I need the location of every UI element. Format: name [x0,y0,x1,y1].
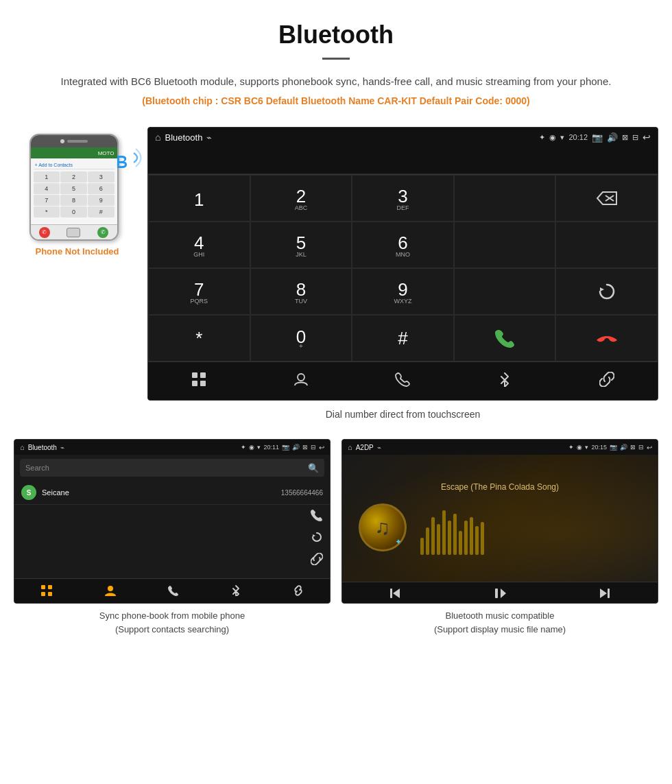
home-icon[interactable]: ⌂ [155,132,160,143]
eq-bar [481,522,484,555]
nav-phone-icon[interactable] [395,372,410,391]
status-time: 20:12 [568,133,588,141]
svg-marker-20 [600,589,607,598]
camera-icon[interactable]: 📷 [592,132,603,143]
usb-icon: ⌁ [206,132,212,143]
dial-key-3[interactable]: 3 DEF [352,175,454,222]
music-main-area: Escape (The Pina Colada Song) ♫ ✦ [342,455,658,582]
screen-title: Bluetooth [165,132,202,143]
dial-key-8[interactable]: 8 TUV [250,268,352,315]
svg-rect-8 [200,381,206,386]
music-next-button[interactable] [597,586,612,604]
music-controls [342,582,658,604]
music-bt-icon: ✦ [568,444,574,451]
dial-key-star[interactable]: * [148,315,250,361]
svg-rect-14 [48,592,52,596]
music-screen: ⌂ A2DP ⌁ ✦ ◉ ▾ 20:15 📷 🔊 ⊠ ⊟ ↩ E [341,439,658,604]
phone-screen: + Add to Contacts 1 2 3 4 5 6 7 8 9 * 0 … [31,158,117,224]
pb-nav-bt-icon[interactable] [230,585,241,598]
dial-empty-2 [454,222,556,268]
phone-key: * [34,206,60,217]
music-home-icon[interactable]: ⌂ [348,443,352,451]
pb-refresh-icon[interactable] [311,531,323,546]
dial-key-0[interactable]: 0 + [250,315,352,361]
phone-key: 3 [88,171,115,182]
music-play-pause-button[interactable] [492,586,507,604]
eq-bar [437,524,440,555]
pb-screen2-icon[interactable]: ⊟ [311,444,316,451]
phone-mockup: ʙ MOTO + Add to Contacts 1 [14,127,141,257]
music-status-right: ✦ ◉ ▾ 20:15 📷 🔊 ⊠ ⊟ ↩ [568,444,652,451]
phone-body: MOTO + Add to Contacts 1 2 3 4 5 6 7 8 9 [29,134,119,241]
pb-nav-grid-icon[interactable] [40,584,53,599]
dial-key-9[interactable]: 9 WXYZ [352,268,454,315]
screen-icon[interactable]: ⊟ [632,133,638,142]
pb-cam-icon[interactable]: 📷 [282,444,289,451]
nav-bluetooth-icon[interactable] [497,372,512,391]
volume-icon[interactable]: 🔊 [607,132,618,143]
dial-key-6[interactable]: 6 MNO [352,222,454,268]
phone-key: 2 [60,171,87,182]
backspace-button[interactable] [555,175,658,222]
phone-key: 5 [60,183,87,194]
status-right: ✦ ◉ ▾ 20:12 📷 🔊 ⊠ ⊟ ↩ [539,132,651,143]
pb-back-icon[interactable]: ↩ [319,444,324,451]
status-left: ⌂ Bluetooth ⌁ [155,132,212,143]
pb-search-icon[interactable]: 🔍 [308,463,319,473]
pb-stop-icon[interactable]: ⊠ [302,444,308,451]
call-button[interactable] [454,315,556,361]
header-section: Bluetooth Integrated with BC6 Bluetooth … [0,0,672,120]
phone-key: 8 [60,195,87,206]
pb-home-icon[interactable]: ⌂ [20,443,25,451]
music-status-left: ⌂ A2DP ⌁ [348,443,381,451]
dial-key-5[interactable]: 5 JKL [250,222,352,268]
dial-key-hash[interactable]: # [352,315,454,361]
pb-vol-icon[interactable]: 🔊 [292,444,300,451]
pb-nav-link2-icon[interactable] [293,585,304,598]
music-song-title: Escape (The Pina Colada Song) [441,482,559,492]
music-caption-line1: Bluetooth music compatible [446,610,555,621]
phone-key: # [88,206,115,217]
svg-marker-10 [313,534,315,537]
music-back-icon[interactable]: ↩ [647,444,652,451]
dial-empty-4 [454,268,556,315]
pb-status-right: ✦ ◉ ▾ 20:11 📷 🔊 ⊠ ⊟ ↩ [241,444,324,451]
number-display [148,147,658,174]
music-screen2-icon[interactable]: ⊟ [638,444,644,451]
dial-key-7[interactable]: 7 PQRS [148,268,250,315]
pb-status-left: ⌂ Bluetooth ⌁ [20,443,64,451]
music-cam-icon[interactable]: 📷 [610,444,617,451]
music-vol-icon[interactable]: 🔊 [620,444,627,451]
nav-link-icon[interactable] [599,372,614,391]
nav-grid-icon[interactable] [191,372,206,391]
pb-bottom-nav [14,578,330,604]
eq-bar [431,517,435,555]
music-stop-icon[interactable]: ⊠ [630,444,636,451]
pb-avatar: S [21,485,36,500]
dial-key-2[interactable]: 2 ABC [250,175,352,222]
svg-rect-13 [41,592,45,596]
phone-camera [60,139,64,143]
pb-nav-phone-icon[interactable] [168,585,179,598]
dial-key-4[interactable]: 4 GHI [148,222,250,268]
phone-contacts-label: + Add to Contacts [34,161,115,169]
pb-link-icon[interactable] [311,553,323,568]
pb-call-icon[interactable] [311,509,323,524]
music-prev-button[interactable] [387,586,403,604]
pb-nav-person-icon[interactable] [104,584,117,599]
phone-key: 1 [34,171,60,182]
refresh-button[interactable] [555,268,658,315]
pb-search-bar[interactable]: Search 🔍 [20,459,324,477]
stop-icon[interactable]: ⊠ [622,133,628,142]
dial-caption: Dial number direct from touchscreen [147,401,658,432]
android-status-bar: ⌂ Bluetooth ⌁ ✦ ◉ ▾ 20:12 📷 🔊 ⊠ ⊟ ↩ [148,128,658,147]
dial-key-0-sub: + [299,342,303,350]
end-call-button[interactable] [555,315,658,361]
dial-key-8-sub: TUV [295,298,307,305]
dial-key-1[interactable]: 1 [148,175,250,222]
phone-speaker [67,140,88,143]
nav-contacts-icon[interactable] [293,372,309,391]
back-icon[interactable]: ↩ [643,132,651,143]
phone-key: 7 [34,195,60,206]
pb-loc-icon: ◉ [249,444,254,451]
